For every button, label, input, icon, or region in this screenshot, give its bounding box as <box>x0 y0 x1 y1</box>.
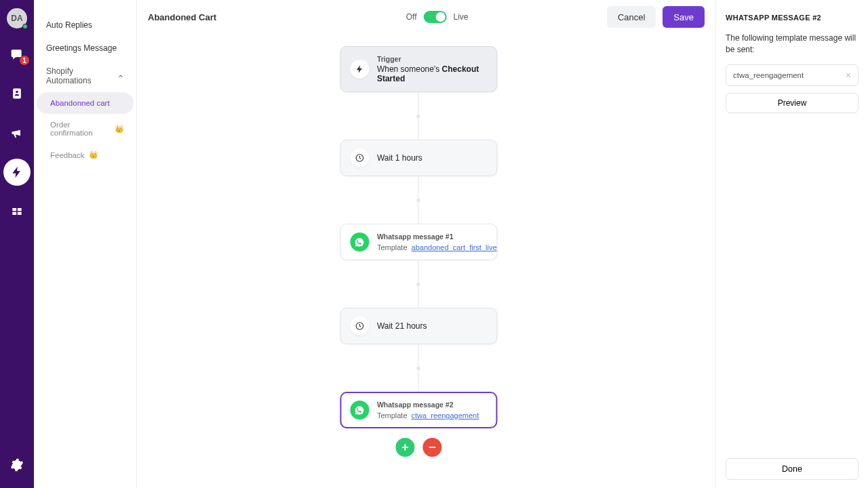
template-value: ctwa_reengagement <box>733 71 804 79</box>
node-text: Wait 1 hours <box>377 153 422 163</box>
connector <box>418 92 418 140</box>
toggle-knob-icon <box>435 12 445 22</box>
node-label: Whatsapp message #1 <box>377 232 497 241</box>
nav-order-confirmation[interactable]: Order confirmation👑 <box>37 114 134 144</box>
nav-group-shopify[interactable]: Shopify Automations <box>37 60 134 92</box>
clear-icon[interactable]: × <box>846 70 851 80</box>
node-wait-1[interactable]: Wait 1 hours <box>340 140 497 176</box>
side-nav: Auto Replies Greetings Message Shopify A… <box>34 0 137 488</box>
chevron-up-icon <box>117 73 124 80</box>
nav-integrations-icon[interactable] <box>3 198 31 225</box>
template-sublabel: Template <box>377 411 408 420</box>
panel-title: WHATSAPP MESSAGE #2 <box>726 14 859 22</box>
node-text: Wait 21 hours <box>377 321 427 331</box>
template-select[interactable]: ctwa_reengagement × <box>726 64 859 86</box>
inspector-panel: WHATSAPP MESSAGE #2 The following templa… <box>715 0 868 488</box>
clock-icon <box>350 317 369 336</box>
node-wait-2[interactable]: Wait 21 hours <box>340 308 497 344</box>
template-sublabel: Template <box>377 243 408 251</box>
premium-icon: 👑 <box>89 150 98 159</box>
preview-button[interactable]: Preview <box>726 93 859 113</box>
page-title: Abandoned Cart <box>148 12 216 22</box>
nav-automations-icon[interactable] <box>3 159 31 186</box>
live-toggle[interactable] <box>423 11 446 23</box>
connector <box>418 176 418 224</box>
chat-badge: 1 <box>20 56 29 65</box>
clock-icon <box>350 148 369 167</box>
nav-auto-replies[interactable]: Auto Replies <box>37 14 134 37</box>
bolt-icon <box>350 60 369 79</box>
premium-icon: 👑 <box>115 125 124 134</box>
cancel-button[interactable]: Cancel <box>607 6 656 28</box>
flow-canvas: Trigger When someone's Checkout Started … <box>137 34 715 488</box>
toggle-off-label: Off <box>406 12 417 22</box>
whatsapp-icon <box>350 232 369 251</box>
remove-step-button[interactable] <box>422 438 441 457</box>
nav-abandoned-cart[interactable]: Abandonned cart <box>37 92 134 114</box>
node-trigger[interactable]: Trigger When someone's Checkout Started <box>340 46 497 92</box>
svg-rect-0 <box>13 89 21 99</box>
nav-broadcast-icon[interactable] <box>3 119 31 146</box>
node-whatsapp-1[interactable]: Whatsapp message #1 Templateabandoned_ca… <box>340 224 497 260</box>
connector <box>418 260 418 308</box>
nav-chat-icon[interactable]: 1 <box>3 41 31 68</box>
live-toggle-group: Off Live <box>406 11 469 23</box>
node-label: Trigger <box>377 55 487 63</box>
template-link[interactable]: ctwa_reengagement <box>412 411 479 420</box>
presence-dot-icon <box>22 24 28 29</box>
avatar[interactable]: DA <box>7 8 27 28</box>
nav-contacts-icon[interactable] <box>3 80 31 107</box>
icon-rail: DA 1 <box>0 0 34 488</box>
whatsapp-icon <box>350 401 369 420</box>
node-whatsapp-2[interactable]: Whatsapp message #2 Templatectwa_reengag… <box>340 392 497 428</box>
node-label: Whatsapp message #2 <box>377 401 479 409</box>
connector <box>418 344 418 392</box>
panel-description: The following template message will be s… <box>726 33 859 56</box>
topbar: Abandoned Cart Off Live Cancel Save <box>137 0 715 34</box>
main: Abandoned Cart Off Live Cancel Save Trig… <box>137 0 715 488</box>
done-button[interactable]: Done <box>726 458 859 480</box>
template-link[interactable]: abandoned_cart_first_live <box>412 243 497 251</box>
svg-point-1 <box>16 91 18 94</box>
node-text: When someone's Checkout Started <box>377 64 487 83</box>
save-button[interactable]: Save <box>663 6 705 28</box>
avatar-initials: DA <box>11 14 22 23</box>
settings-icon[interactable] <box>3 451 31 479</box>
nav-greetings[interactable]: Greetings Message <box>37 37 134 60</box>
add-step-button[interactable] <box>395 438 414 457</box>
nav-feedback[interactable]: Feedback👑 <box>37 144 134 166</box>
toggle-live-label: Live <box>453 12 468 22</box>
